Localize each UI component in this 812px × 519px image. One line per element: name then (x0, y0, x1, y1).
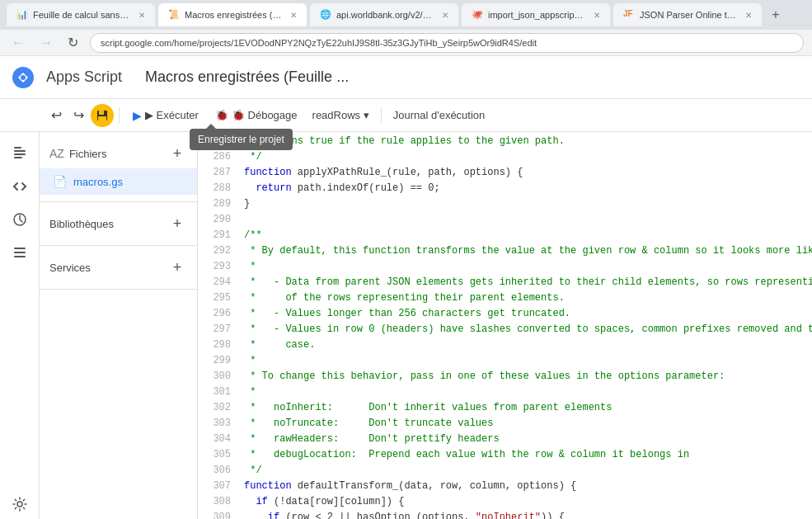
tab-close-4[interactable]: ✕ (594, 11, 600, 20)
save-button[interactable] (91, 104, 114, 127)
function-dropdown[interactable]: readRows ▾ (306, 102, 376, 129)
line-number: 301 (204, 385, 231, 400)
bibliotheques-section: Bibliothèques + (40, 202, 197, 246)
tab-close-3[interactable]: ✕ (442, 11, 448, 20)
services-section: Services + (40, 246, 197, 290)
macros-file-item[interactable]: 📄 macros.gs (40, 168, 197, 195)
tab-favicon-5: JF (623, 9, 635, 21)
code-line (237, 212, 812, 228)
line-number: 295 (204, 290, 231, 306)
code-line: if (row < 2 || hasOption_(options, "noIn… (237, 510, 812, 519)
line-number: 289 (204, 196, 231, 212)
code-line: * rawHeaders: Don't prettify headers (237, 432, 812, 447)
services-add-button[interactable]: + (167, 257, 187, 277)
line-number: 298 (204, 337, 231, 353)
sidebar-executions-icon[interactable] (5, 238, 35, 267)
line-number: 292 (204, 243, 231, 259)
svg-rect-11 (14, 252, 26, 253)
macros-filename: macros.gs (73, 176, 123, 188)
tab-close-5[interactable]: ✕ (745, 11, 752, 20)
services-header[interactable]: Services + (40, 252, 197, 282)
execution-log-button[interactable]: Journal d'exécution (387, 102, 492, 129)
tab-close-2[interactable]: ✕ (290, 11, 297, 20)
code-line: */ (237, 149, 812, 165)
new-tab-button[interactable]: + (765, 4, 786, 26)
fichiers-add-button[interactable]: + (167, 144, 187, 163)
line-number: 294 (204, 275, 231, 290)
tab-close-1[interactable]: ✕ (138, 11, 145, 20)
line-number: 305 (204, 447, 231, 463)
function-label: readRows ▾ (312, 109, 369, 121)
line-number: 290 (204, 212, 231, 228)
reload-button[interactable]: ↻ (64, 33, 82, 52)
log-label: Journal d'exécution (393, 109, 486, 121)
line-number: 293 (204, 259, 231, 275)
project-title: Macros enregistrées (Feuille ... (145, 68, 349, 86)
sidebar-settings-icon[interactable] (5, 489, 35, 519)
tab-title-4: import_json_appscript.js - GitH... (488, 10, 585, 20)
code-editor[interactable]: 2852862872882892902912922932942952962972… (198, 132, 812, 519)
tab-spreadsheet[interactable]: 📊 Feuille de calcul sans titre - Go... ✕ (7, 3, 155, 26)
code-line: * By default, this function transforms t… (237, 243, 812, 259)
line-number: 307 (204, 479, 231, 494)
run-button[interactable]: ▶ ▶ Exécuter (124, 102, 207, 129)
svg-rect-8 (14, 157, 22, 158)
fichiers-section: AZ Fichiers + 📄 macros.gs (40, 132, 197, 202)
sidebar-triggers-icon[interactable] (5, 205, 35, 234)
app-logo (10, 64, 36, 91)
bibliotheques-add-button[interactable]: + (167, 214, 187, 234)
toolbar: ↩ ↪ ▶ ▶ Exécuter 🐞 🐞 Débogage readRows ▾… (0, 99, 812, 132)
tab-favicon-4: 🐙 (472, 9, 483, 21)
redo-button[interactable]: ↪ (68, 102, 89, 129)
code-line: * - Data from parent JSON elements gets … (237, 275, 812, 290)
address-bar: ← → ↻ script.google.com/home/projects/1E… (0, 30, 812, 56)
tab-favicon-1: 📊 (16, 9, 28, 21)
svg-rect-3 (99, 111, 104, 115)
tooltip-text: Enregistrer le projet (198, 134, 284, 145)
line-number: 291 (204, 228, 231, 243)
tab-json[interactable]: JF JSON Parser Online to parse JSO... ✕ (613, 3, 762, 26)
line-number: 296 (204, 306, 231, 322)
tab-macros[interactable]: 📜 Macros enregistrées (Feuille de c... ✕ (158, 3, 307, 26)
undo-button[interactable]: ↩ (46, 102, 67, 129)
tab-favicon-3: 🌐 (320, 9, 331, 21)
svg-rect-7 (14, 153, 26, 155)
url-input[interactable]: script.google.com/home/projects/1EVODodN… (90, 33, 804, 53)
code-line: * Returns true if the rule applies to th… (237, 134, 812, 149)
code-line: * noInherit: Don't inherit values from p… (237, 400, 812, 416)
fichiers-sort-icon: AZ (49, 147, 64, 160)
debug-button[interactable]: 🐞 🐞 Débogage (209, 102, 304, 129)
debug-label: 🐞 Débogage (232, 109, 298, 121)
code-line: * - Values in row 0 (headers) have slash… (237, 322, 812, 337)
code-line: function defaultTransform_(data, row, co… (237, 479, 812, 494)
toolbar-divider-1 (119, 107, 120, 124)
line-number: 287 (204, 165, 231, 181)
code-line: * - Values longer than 256 characters ge… (237, 306, 812, 322)
line-number: 309 (204, 510, 231, 519)
bibliotheques-header[interactable]: Bibliothèques + (40, 209, 197, 238)
code-content[interactable]: * Returns true if the rule applies to th… (237, 132, 812, 519)
line-number: 302 (204, 400, 231, 416)
tab-favicon-2: 📜 (168, 9, 180, 21)
code-line: * (237, 385, 812, 400)
save-tooltip: Enregistrer le projet (190, 129, 293, 150)
app-header: Apps Script Macros enregistrées (Feuille… (0, 56, 812, 99)
svg-rect-10 (14, 248, 26, 249)
sidebar-files-icon[interactable] (5, 139, 35, 168)
file-icon: 📄 (53, 175, 67, 188)
sidebar-code-icon[interactable] (5, 172, 35, 201)
tab-worldbank[interactable]: 🌐 api.worldbank.org/v2/country/al... ✕ (310, 3, 458, 26)
fichiers-header[interactable]: AZ Fichiers + (40, 139, 197, 168)
run-label: ▶ Exécuter (145, 109, 199, 121)
line-number: 303 (204, 416, 231, 432)
debug-icon: 🐞 (215, 109, 228, 121)
code-line: * debugLocation: Prepend each value with… (237, 447, 812, 463)
forward-button[interactable]: → (36, 34, 56, 52)
tab-github[interactable]: 🐙 import_json_appscript.js - GitH... ✕ (462, 3, 610, 26)
code-line: if (!data[row][column]) { (237, 494, 812, 510)
line-number: 288 (204, 181, 231, 196)
code-line: * case. (237, 337, 812, 353)
code-line: */ (237, 463, 812, 479)
svg-point-1 (21, 75, 26, 80)
back-button[interactable]: ← (8, 34, 28, 52)
